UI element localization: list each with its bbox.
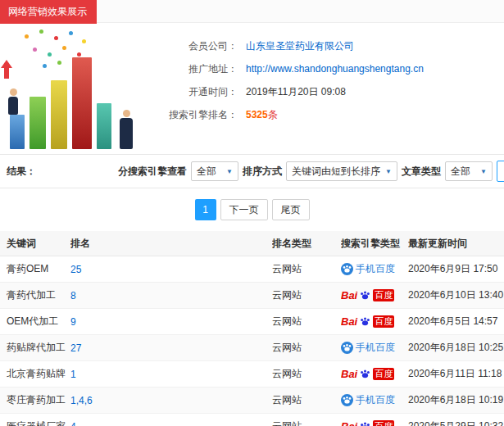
baidu-paw-icon xyxy=(360,316,370,327)
sort-filter-label: 排序方式 xyxy=(243,165,282,179)
updated-cell: 2020年6月5日 14:57 xyxy=(408,309,504,334)
mobile-baidu-paw-icon xyxy=(341,263,353,275)
mobile-baidu-paw-icon xyxy=(341,394,353,406)
engine-cell: 手机百度 xyxy=(341,387,408,413)
caret-down-icon: ▼ xyxy=(226,168,233,175)
rank-count-unit: 条 xyxy=(268,109,278,120)
updated-cell: 2020年6月9日 17:50 xyxy=(408,256,504,282)
table-header-row: 关键词排名排名类型搜索引擎类型最新更新时间 xyxy=(0,231,504,256)
rank-link[interactable]: 25 xyxy=(70,264,81,275)
filters: 分搜索引擎查看 全部 ▼ 排序方式 关键词由短到长排序 ▼ 文章类型 全部 ▼ … xyxy=(118,161,504,182)
keywords-table: 关键词排名排名类型搜索引擎类型最新更新时间 膏药OEM 25 云网站 手机百度 xyxy=(0,231,504,426)
summary-section: 会员公司： 山东皇圣堂药业有限公司 推广地址： http://www.shand… xyxy=(0,23,504,154)
column-header: 排名类型 xyxy=(272,231,341,256)
engine-filter-value: 全部 xyxy=(197,165,216,179)
next-page-button[interactable]: 下一页 xyxy=(220,199,268,220)
rank-count-row: 搜索引擎排名： 5325条 xyxy=(156,103,504,126)
open-time-row: 开通时间： 2019年11月20日 09:08 xyxy=(156,80,504,103)
article-type-filter-label: 文章类型 xyxy=(402,165,441,179)
top-bar: 网络营销效果展示 xyxy=(0,0,504,23)
engine-cell: 手机百度 xyxy=(341,335,408,360)
company-row: 会员公司： 山东皇圣堂药业有限公司 xyxy=(156,34,504,57)
rank-count-value: 5325 xyxy=(246,109,268,120)
rank-link[interactable]: 8 xyxy=(70,290,76,301)
updated-cell: 2020年6月10日 13:40 xyxy=(408,283,504,308)
open-time-label: 开通时间： xyxy=(156,85,238,99)
rank-type-cell: 云网站 xyxy=(272,335,341,360)
bar-red xyxy=(72,57,92,149)
promotion-url-link[interactable]: http://www.shandonghuangshengtang.cn xyxy=(246,63,424,75)
engine-label: 百度 xyxy=(373,289,394,301)
engine-label: 百度 xyxy=(373,368,394,380)
article-type-filter-value: 全部 xyxy=(451,165,470,179)
keyword-cell: 膏药OEM xyxy=(0,256,70,282)
marketing-report-page: 网络营销效果展示 xyxy=(0,0,504,426)
engine-cell: 手机百度 xyxy=(341,256,408,282)
engine-label: 百度 xyxy=(373,315,394,328)
rank-cell: 8 xyxy=(70,283,272,308)
businessman-right-figure xyxy=(120,110,133,149)
bar-blue xyxy=(10,115,25,149)
bar-teal xyxy=(97,103,111,149)
rank-link[interactable]: 1,4,6 xyxy=(70,395,93,406)
engine-cell: Bai 百度 xyxy=(341,414,408,426)
rank-link[interactable]: 1 xyxy=(70,369,76,380)
submit-button[interactable]: 提交 xyxy=(497,161,504,182)
updated-cell: 2020年6月18日 10:25 xyxy=(408,335,504,360)
engine-cell: Bai 百度 xyxy=(341,309,408,334)
updated-cell: 2020年6月11日 11:18 xyxy=(408,361,504,387)
open-time-value: 2019年11月20日 09:08 xyxy=(246,85,346,99)
mobile-baidu-badge: 手机百度 xyxy=(341,393,395,407)
rank-cell: 27 xyxy=(70,335,272,360)
engine-label: 手机百度 xyxy=(356,393,395,407)
updated-cell: 2020年6月18日 10:19 xyxy=(408,387,504,413)
caret-down-icon: ▼ xyxy=(480,168,487,175)
column-header: 最新更新时间 xyxy=(408,231,504,256)
rank-link[interactable]: 9 xyxy=(70,316,76,328)
pagination: 1 下一页 尾页 xyxy=(0,188,504,231)
rank-cell: 4 xyxy=(70,414,272,426)
engine-filter-select[interactable]: 全部 ▼ xyxy=(191,161,238,181)
keyword-cell: 药贴牌代加工 xyxy=(0,335,70,360)
engine-label: 手机百度 xyxy=(356,341,395,355)
baidu-badge: Bai 百度 xyxy=(341,368,394,380)
sort-filter-select[interactable]: 关键词由短到长排序 ▼ xyxy=(286,161,397,181)
engine-label: 手机百度 xyxy=(356,262,395,276)
baidu-paw-icon xyxy=(360,369,370,379)
rank-type-cell: 云网站 xyxy=(272,309,341,334)
keyword-cell: 膏药代加工 xyxy=(0,283,70,308)
article-type-filter-select[interactable]: 全部 ▼ xyxy=(445,161,493,181)
sort-filter-value: 关键词由短到长排序 xyxy=(292,165,380,179)
engine-label: 百度 xyxy=(373,420,394,426)
bar-green xyxy=(30,97,46,149)
rank-cell: 25 xyxy=(70,256,272,282)
filter-bar: 结果： 分搜索引擎查看 全部 ▼ 排序方式 关键词由短到长排序 ▼ 文章类型 全… xyxy=(0,154,504,188)
table-body: 膏药OEM 25 云网站 手机百度 xyxy=(0,256,504,426)
baidu-latin-label: Bai xyxy=(341,368,357,380)
company-label: 会员公司： xyxy=(156,39,238,53)
rank-type-cell: 云网站 xyxy=(272,256,341,282)
keyword-cell: 枣庄膏药加工 xyxy=(0,387,70,413)
businessman-left-figure xyxy=(8,88,18,115)
page-1-button[interactable]: 1 xyxy=(195,199,216,220)
promotion-url-row: 推广地址： http://www.shandonghuangshengtang.… xyxy=(156,57,504,80)
rank-link[interactable]: 27 xyxy=(70,342,81,354)
table-row: 北京膏药贴牌 1 云网站 Bai xyxy=(0,361,504,387)
growth-chart-illustration xyxy=(0,23,156,154)
bar-yellow xyxy=(51,80,67,149)
rank-cell: 1,4,6 xyxy=(70,387,272,413)
rank-count-label: 搜索引擎排名： xyxy=(156,108,238,122)
mobile-baidu-badge: 手机百度 xyxy=(341,341,395,355)
company-link[interactable]: 山东皇圣堂药业有限公司 xyxy=(246,39,354,53)
baidu-paw-icon xyxy=(360,421,370,426)
table-row: OEM代加工 9 云网站 Bai xyxy=(0,309,504,335)
keyword-cell: 北京膏药贴牌 xyxy=(0,361,70,387)
engine-cell: Bai 百度 xyxy=(341,361,408,387)
engine-cell: Bai 百度 xyxy=(341,283,408,308)
last-page-button[interactable]: 尾页 xyxy=(272,199,310,220)
table-row: 枣庄膏药加工 1,4,6 云网站 手机百度 xyxy=(0,387,504,414)
promotion-url-label: 推广地址： xyxy=(156,62,238,76)
column-header: 搜索引擎类型 xyxy=(341,231,408,256)
table-row: 医疗器械厂家 4 云网站 Bai xyxy=(0,414,504,426)
rank-link[interactable]: 4 xyxy=(70,421,76,426)
